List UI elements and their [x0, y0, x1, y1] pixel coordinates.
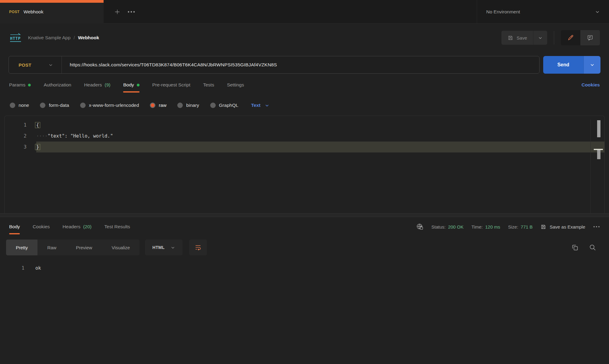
view-raw-button[interactable]: Raw: [37, 240, 66, 255]
editor-line: 2 ····"text": "Hello, world.": [5, 131, 604, 142]
radio-icon: [210, 103, 216, 108]
environment-label: No Environment: [486, 9, 520, 15]
tab-headers[interactable]: Headers (9): [84, 75, 111, 95]
scrollbar-cursor-mark: [597, 150, 600, 159]
editor-line-current: 3 }: [5, 142, 604, 152]
chevron-down-icon: [595, 9, 600, 14]
response-body-text: ok: [35, 265, 41, 271]
body-mode-none[interactable]: none: [10, 103, 29, 108]
tab-method-badge: POST: [9, 10, 19, 14]
request-header: HTTP Knative Sample App / Webhook Save: [0, 24, 609, 52]
body-mode-graphql-label: GraphQL: [219, 103, 239, 108]
tab-options-button[interactable]: [124, 0, 138, 23]
size-badge[interactable]: Size: 771 B: [508, 224, 533, 229]
save-options-button[interactable]: [533, 31, 547, 45]
status-badge[interactable]: Status: 200 OK: [431, 224, 464, 229]
request-tab-webhook[interactable]: POST Webhook: [0, 0, 104, 24]
size-label: Size:: [508, 224, 518, 229]
network-globe-lock-icon[interactable]: [416, 223, 423, 230]
line-number: 3: [5, 144, 36, 150]
body-mode-binary[interactable]: binary: [177, 103, 199, 108]
send-options-button[interactable]: [583, 56, 600, 74]
more-options-icon: [593, 226, 600, 228]
body-mode-raw-label: raw: [159, 103, 166, 108]
tab-bar: POST Webhook No Environment: [0, 0, 609, 24]
body-mode-urlencoded[interactable]: x-www-form-urlencoded: [80, 103, 139, 108]
url-input[interactable]: [62, 62, 539, 68]
environment-selector[interactable]: No Environment: [477, 0, 609, 23]
tab-tests[interactable]: Tests: [203, 75, 214, 95]
response-view-toolbar: Pretty Raw Preview Visualize HTML: [0, 236, 609, 258]
body-green-dot: [137, 84, 140, 86]
cookies-link[interactable]: Cookies: [582, 82, 600, 88]
status-label: Status:: [431, 224, 446, 229]
send-button[interactable]: Send: [543, 56, 583, 74]
radio-icon: [10, 103, 15, 108]
body-mode-graphql[interactable]: GraphQL: [210, 103, 239, 108]
chevron-down-icon: [171, 245, 175, 250]
breadcrumb-collection[interactable]: Knative Sample App: [28, 35, 71, 40]
editor-scrollbar[interactable]: [590, 120, 604, 213]
response-tab-cookies[interactable]: Cookies: [33, 217, 50, 237]
view-pretty-button[interactable]: Pretty: [6, 240, 37, 255]
comments-button[interactable]: [580, 30, 600, 45]
tab-pre-request-script[interactable]: Pre-request Script: [152, 75, 190, 95]
more-options-icon: [127, 10, 135, 13]
tab-settings[interactable]: Settings: [227, 75, 244, 95]
time-label: Time:: [472, 224, 483, 229]
new-tab-button[interactable]: [110, 0, 124, 23]
body-mode-raw[interactable]: raw: [150, 103, 166, 108]
response-tab-test-results[interactable]: Test Results: [104, 217, 130, 237]
size-value: 771 B: [521, 224, 533, 229]
response-tabs: Body Cookies Headers (20) Test Results: [0, 217, 609, 236]
response-tab-body[interactable]: Body: [9, 217, 20, 237]
radio-selected-icon: [150, 103, 155, 108]
wrap-text-button[interactable]: [189, 240, 207, 255]
save-button-label: Save: [517, 35, 527, 40]
tab-body-label: Body: [123, 82, 134, 88]
edit-mode-button[interactable]: [561, 30, 580, 45]
save-as-example-button[interactable]: Save as Example: [540, 224, 585, 230]
pencil-icon: [567, 34, 574, 41]
body-mode-form-data[interactable]: form-data: [40, 103, 69, 108]
tab-params[interactable]: Params: [9, 75, 31, 95]
request-tabs: Params Authorization Headers (9) Body Pr…: [0, 74, 609, 96]
tab-title: Webhook: [23, 9, 43, 15]
send-button-group: Send: [543, 56, 600, 74]
search-response-button[interactable]: [586, 244, 599, 251]
http-protocol-icon: HTTP: [9, 33, 23, 43]
copy-icon: [571, 244, 579, 251]
tab-body[interactable]: Body: [123, 75, 139, 95]
tab-headers-count: (9): [104, 82, 110, 88]
time-badge[interactable]: Time: 120 ms: [472, 224, 500, 229]
response-tab-cookies-label: Cookies: [33, 224, 50, 229]
response-pane: Body Cookies Headers (20) Test Results: [0, 217, 609, 364]
radio-icon: [40, 103, 45, 108]
postman-app: POST Webhook No Environment HTTP: [0, 0, 609, 364]
raw-language-dropdown[interactable]: Text: [251, 103, 269, 108]
save-button-group: Save: [501, 31, 547, 45]
tab-authorization[interactable]: Authorization: [44, 75, 71, 95]
view-mode-switcher: Pretty Raw Preview Visualize: [6, 240, 140, 255]
response-options-button[interactable]: [593, 226, 600, 228]
method-dropdown[interactable]: POST: [9, 56, 62, 73]
copy-response-button[interactable]: [569, 244, 581, 251]
params-green-dot: [28, 84, 31, 86]
breadcrumb-request-name[interactable]: Webhook: [78, 35, 99, 40]
save-button[interactable]: Save: [501, 31, 533, 45]
scrollbar-thumb[interactable]: [597, 120, 600, 137]
view-preview-button[interactable]: Preview: [66, 240, 102, 255]
response-tab-body-label: Body: [9, 224, 20, 229]
response-format-dropdown[interactable]: HTML: [145, 240, 182, 255]
body-mode-form-data-label: form-data: [49, 103, 69, 108]
tab-tests-label: Tests: [203, 82, 214, 88]
body-mode-row: none form-data x-www-form-urlencoded raw…: [0, 96, 609, 114]
header-divider: [554, 31, 554, 44]
response-tab-headers[interactable]: Headers (20): [62, 217, 91, 237]
body-mode-urlencoded-label: x-www-form-urlencoded: [89, 103, 139, 108]
view-visualize-button[interactable]: Visualize: [102, 240, 140, 255]
svg-text:HTTP: HTTP: [10, 36, 21, 41]
request-body-editor[interactable]: 1 { 2 ····"text": "Hello, world." 3 }: [4, 116, 605, 213]
response-tab-headers-label: Headers: [62, 224, 80, 229]
search-icon: [589, 244, 596, 251]
